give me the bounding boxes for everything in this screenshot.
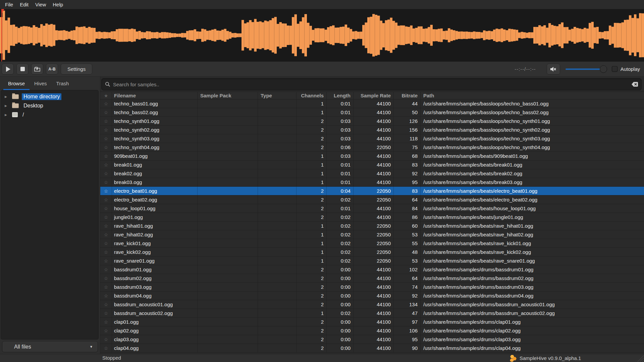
star-outline-icon[interactable]: ☆ xyxy=(104,145,108,150)
volume-slider-knob[interactable] xyxy=(600,65,607,73)
star-outline-icon[interactable]: ☆ xyxy=(104,188,108,194)
table-row[interactable]: ☆jungle01.ogg20:024410086/usr/share/lmms… xyxy=(100,213,644,222)
menu-item-view[interactable]: View xyxy=(35,2,46,7)
table-row[interactable]: ☆bassdrum02.ogg20:004410064/usr/share/lm… xyxy=(100,274,644,283)
table-row[interactable]: ☆bassdrum_acoustic01.ogg20:0044100134/us… xyxy=(100,300,644,309)
table-row[interactable]: ☆clap03.ogg20:004410095/usr/share/lmms/s… xyxy=(100,335,644,344)
search-bar[interactable] xyxy=(101,78,642,90)
table-row[interactable]: ☆bassdrum04.ogg20:004410092/usr/share/lm… xyxy=(100,291,644,300)
star-outline-icon[interactable]: ☆ xyxy=(104,328,108,333)
play-button[interactable] xyxy=(2,64,14,75)
table-row[interactable]: ☆techno_synth03.ogg20:0344100118/usr/sha… xyxy=(100,134,644,143)
header-Channels[interactable]: Channels xyxy=(297,92,327,99)
menu-item-help[interactable]: Help xyxy=(53,2,63,7)
star-outline-icon[interactable]: ☆ xyxy=(104,258,108,264)
star-outline-icon[interactable]: ☆ xyxy=(104,337,108,342)
expander-icon[interactable]: ▶ xyxy=(5,104,9,107)
header-Sample Pack[interactable]: Sample Pack xyxy=(198,92,258,99)
table-row[interactable]: ☆techno_bass02.ogg10:014410050/usr/share… xyxy=(100,108,644,117)
waveform-panel[interactable] xyxy=(0,9,644,61)
header-Sample Rate[interactable]: Sample Rate xyxy=(354,92,394,99)
star-outline-icon[interactable]: ☆ xyxy=(104,223,108,229)
header-favorite[interactable]: ★ xyxy=(100,92,112,99)
star-outline-icon[interactable]: ☆ xyxy=(104,127,108,133)
star-outline-icon[interactable]: ☆ xyxy=(104,197,108,202)
star-outline-icon[interactable]: ☆ xyxy=(104,232,108,237)
autoplay-checkbox[interactable] xyxy=(612,66,618,72)
table-row[interactable]: ☆clap02.ogg20:0044100106/usr/share/lmms/… xyxy=(100,326,644,335)
star-outline-icon[interactable]: ☆ xyxy=(104,136,108,141)
header-Bitrate[interactable]: Bitrate xyxy=(394,92,421,99)
cell-bitrate: 83 xyxy=(394,187,421,195)
star-outline-icon[interactable]: ☆ xyxy=(104,206,108,211)
header-Filename[interactable]: Filename xyxy=(112,92,198,99)
table-row[interactable]: ☆bassdrum_acoustic02.ogg10:024410047/usr… xyxy=(100,309,644,318)
star-outline-icon[interactable]: ☆ xyxy=(104,110,108,115)
loop-sample-button[interactable] xyxy=(31,64,43,75)
header-Type[interactable]: Type xyxy=(258,92,297,99)
table-row[interactable]: ☆clap04.ogg20:004410090/usr/share/lmms/s… xyxy=(100,344,644,353)
table-header-row: ★FilenameSample PackTypeChannelsLengthSa… xyxy=(100,92,644,99)
volume-slider[interactable] xyxy=(566,64,605,75)
header-Path[interactable]: Path xyxy=(421,92,644,99)
table-row[interactable]: ☆break03.ogg10:014410095/usr/share/lmms/… xyxy=(100,178,644,187)
table-row[interactable]: ☆909beat01.ogg10:034410068/usr/share/lmm… xyxy=(100,152,644,161)
table-row[interactable]: ☆break01.ogg10:014410083/usr/share/lmms/… xyxy=(100,161,644,169)
clear-search-icon[interactable] xyxy=(632,82,638,87)
table-row[interactable]: ☆rave_hihat01.ogg10:022205060/usr/share/… xyxy=(100,222,644,230)
table-row[interactable]: ☆rave_hihat02.ogg10:022205053/usr/share/… xyxy=(100,230,644,239)
table-row[interactable]: ☆techno_synth02.ogg20:0344100156/usr/sha… xyxy=(100,126,644,134)
table-row[interactable]: ☆techno_synth04.ogg20:062205075/usr/shar… xyxy=(100,143,644,152)
expander-icon[interactable]: ▶ xyxy=(5,95,9,98)
star-outline-icon[interactable]: ☆ xyxy=(104,284,108,290)
star-outline-icon[interactable]: ☆ xyxy=(104,293,108,299)
star-outline-icon[interactable]: ☆ xyxy=(104,311,108,316)
star-outline-icon[interactable]: ☆ xyxy=(104,153,108,159)
star-outline-icon[interactable]: ☆ xyxy=(104,180,108,185)
stop-button[interactable] xyxy=(16,64,29,75)
loop-ab-button[interactable]: A-B xyxy=(46,64,58,75)
table-row[interactable]: ☆techno_synth01.ogg20:0344100126/usr/sha… xyxy=(100,117,644,126)
cell-filename: break01.ogg xyxy=(112,161,198,169)
tree-item--[interactable]: ▶/ xyxy=(1,110,98,119)
star-outline-icon[interactable]: ☆ xyxy=(104,119,108,124)
star-outline-icon[interactable]: ☆ xyxy=(104,346,108,351)
tab-browse[interactable]: Browse xyxy=(3,77,30,90)
star-outline-icon[interactable]: ☆ xyxy=(104,162,108,168)
table-row[interactable]: ☆rave_kick01.ogg10:022205055/usr/share/l… xyxy=(100,239,644,248)
table-row[interactable]: ☆rave_kick02.ogg10:022205048/usr/share/l… xyxy=(100,248,644,257)
file-filter-dropdown[interactable]: All files ▼ xyxy=(2,341,98,352)
cell-favorite: ☆ xyxy=(100,222,112,230)
resize-grip[interactable] xyxy=(636,355,644,362)
table-row[interactable]: ☆break02.ogg10:014410092/usr/share/lmms/… xyxy=(100,169,644,178)
star-outline-icon[interactable]: ☆ xyxy=(104,276,108,281)
table-row[interactable]: ☆electro_beat01.ogg20:042205083/usr/shar… xyxy=(100,187,644,195)
mute-button[interactable] xyxy=(547,64,560,75)
tab-hives[interactable]: Hives xyxy=(30,77,52,90)
cell-path: /usr/share/lmms/samples/drums/bassdrum_a… xyxy=(421,300,644,309)
tree-item-desktop[interactable]: ▶Desktop xyxy=(1,101,98,110)
star-outline-icon[interactable]: ☆ xyxy=(104,171,108,176)
table-row[interactable]: ☆electro_beat02.ogg20:022205064/usr/shar… xyxy=(100,195,644,204)
star-outline-icon[interactable]: ☆ xyxy=(104,250,108,255)
settings-button[interactable]: Settings xyxy=(61,64,92,75)
search-input[interactable] xyxy=(113,82,629,87)
menu-item-edit[interactable]: Edit xyxy=(20,2,29,7)
tree-item-home-directory[interactable]: ▶Home directory xyxy=(1,92,98,101)
table-row[interactable]: ☆clap01.ogg20:004410097/usr/share/lmms/s… xyxy=(100,318,644,326)
menu-item-file[interactable]: File xyxy=(5,2,13,7)
table-row[interactable]: ☆techno_bass01.ogg10:014410044/usr/share… xyxy=(100,99,644,108)
star-outline-icon[interactable]: ☆ xyxy=(104,241,108,246)
table-row[interactable]: ☆bassdrum01.ogg20:0044100102/usr/share/l… xyxy=(100,265,644,274)
star-outline-icon[interactable]: ☆ xyxy=(104,319,108,325)
table-row[interactable]: ☆house_loop01.ogg20:014410084/usr/share/… xyxy=(100,204,644,213)
star-outline-icon[interactable]: ☆ xyxy=(104,215,108,220)
star-outline-icon[interactable]: ☆ xyxy=(104,302,108,307)
table-row[interactable]: ☆rave_snare01.ogg10:022205053/usr/share/… xyxy=(100,257,644,265)
header-Length[interactable]: Length xyxy=(327,92,354,99)
star-outline-icon[interactable]: ☆ xyxy=(104,101,108,106)
table-row[interactable]: ☆bassdrum03.ogg20:004410074/usr/share/lm… xyxy=(100,283,644,291)
star-outline-icon[interactable]: ☆ xyxy=(104,267,108,272)
tab-trash[interactable]: Trash xyxy=(52,77,74,90)
expander-icon[interactable]: ▶ xyxy=(5,113,9,117)
